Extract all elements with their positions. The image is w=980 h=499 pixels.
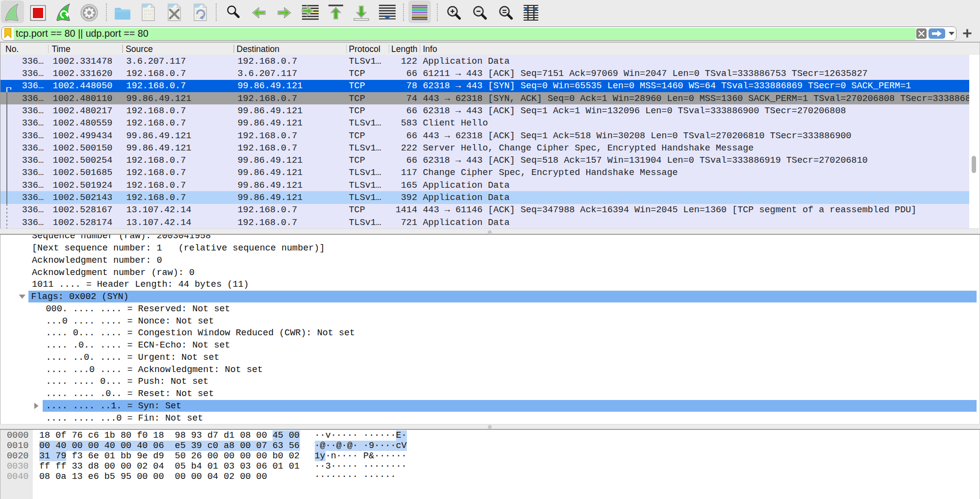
svg-text:01110: 01110 <box>144 16 153 20</box>
